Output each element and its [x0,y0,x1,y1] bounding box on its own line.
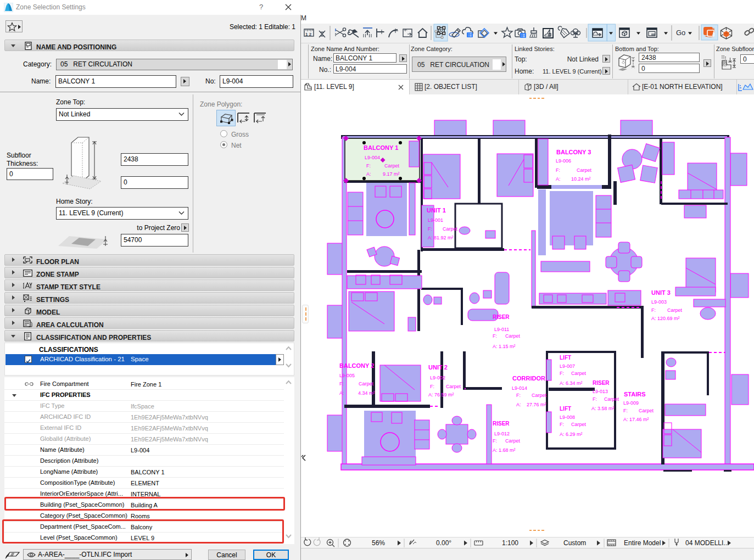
svg-text:Carpet: Carpet [505,333,521,339]
svg-text:A:: A: [339,390,344,396]
svg-text:A: 120.69 m²: A: 120.69 m² [651,316,680,321]
svg-text:BALCONY 1: BALCONY 1 [364,144,398,151]
svg-text:L9-006: L9-006 [556,158,571,164]
svg-text:1 2: 1 2 [305,32,312,37]
svg-text:UNIT 2: UNIT 2 [428,364,448,371]
svg-text:Carpet: Carpet [604,396,619,402]
svg-text:A:: A: [366,171,371,177]
svg-text:9.17 m²: 9.17 m² [383,171,400,177]
svg-text:A: 1.68 m²: A: 1.68 m² [493,447,516,453]
svg-text:F:: F: [560,422,564,427]
svg-text:Carpet: Carpet [359,381,374,387]
svg-text:Carpet: Carpet [639,408,654,413]
svg-text:L9-013: L9-013 [593,389,608,394]
svg-text:F:: F: [493,438,497,444]
svg-text:LIFT: LIFT [560,355,571,361]
svg-text:F:: F: [430,384,434,389]
svg-text:F:: F: [428,226,432,232]
svg-text:Carpet: Carpet [667,307,683,313]
svg-text:1:100: 1:100 [502,539,518,547]
svg-text:A: 17.46 m²: A: 17.46 m² [623,417,649,422]
svg-text:A: 81.92 m²: A: 81.92 m² [428,235,454,240]
svg-text:Custom: Custom [563,539,586,547]
svg-text:Carpet: Carpet [571,422,587,427]
svg-text:A:: A: [556,176,561,182]
svg-text:Carpet: Carpet [446,384,461,389]
svg-text:Entire Model: Entire Model [624,539,661,547]
svg-text:CORRIDOR: CORRIDOR [512,375,545,382]
svg-text:Carpet: Carpet [384,163,400,169]
svg-text:F:: F: [493,333,497,339]
svg-text:04 MODELLI...: 04 MODELLI... [685,539,729,547]
svg-text:UNIT 1: UNIT 1 [427,207,446,214]
svg-text:27.76 m²: 27.76 m² [527,402,546,407]
svg-text:Carpet: Carpet [571,371,587,376]
svg-text:L9-007: L9-007 [560,363,575,369]
svg-text:A: 76.59 m²: A: 76.59 m² [428,392,454,397]
svg-text:F:: F: [651,307,656,313]
svg-text:A:: A: [516,402,521,407]
svg-text:L9-014: L9-014 [512,385,527,391]
svg-text:Carpet: Carpet [505,438,521,444]
svg-text:L9-008: L9-008 [560,415,575,420]
svg-text:F:: F: [556,167,560,173]
svg-text:F:: F: [366,163,371,169]
svg-text:UNIT 3: UNIT 3 [651,289,671,296]
svg-text:RISER: RISER [593,380,610,386]
svg-text:Go: Go [676,29,685,37]
svg-text:L9-012: L9-012 [494,431,510,436]
svg-text:STAIRS: STAIRS [624,391,646,397]
svg-text:4.34 m²: 4.34 m² [358,390,375,396]
svg-text:L9-002: L9-002 [430,375,445,380]
svg-text:56%: 56% [372,539,385,547]
svg-text:F:: F: [339,381,344,387]
svg-text:L9-004: L9-004 [365,155,380,160]
svg-text:A: 6.29 m²: A: 6.29 m² [560,432,583,437]
svg-text:L9-001: L9-001 [428,217,443,223]
svg-text:Carpet: Carpet [532,393,547,398]
svg-text:F:: F: [516,393,521,398]
svg-text:0.00°: 0.00° [436,539,451,547]
svg-text:BALCONY 2: BALCONY 2 [339,362,374,369]
svg-text:L9-003: L9-003 [651,299,667,305]
svg-text:F:: F: [623,408,628,413]
svg-text:A: 6.34 m²: A: 6.34 m² [560,380,583,386]
svg-text:A: 1.15 m²: A: 1.15 m² [493,344,516,349]
svg-text:BALCONY 3: BALCONY 3 [556,149,591,155]
svg-text:Carpet: Carpet [443,226,458,232]
svg-text:F:: F: [593,396,597,402]
svg-text:L9-011: L9-011 [494,327,509,332]
svg-text:LIFT: LIFT [560,406,571,412]
svg-text:L9-009: L9-009 [623,400,639,406]
svg-text:L9-005: L9-005 [339,373,355,378]
svg-text:RISER: RISER [493,314,510,320]
svg-text:F:: F: [560,371,564,376]
svg-text:10.24 m²: 10.24 m² [571,176,591,182]
svg-text:A: 3.58 m²: A: 3.58 m² [591,406,615,411]
svg-text:RISER: RISER [493,421,510,427]
svg-text:Carpet: Carpet [577,167,592,173]
